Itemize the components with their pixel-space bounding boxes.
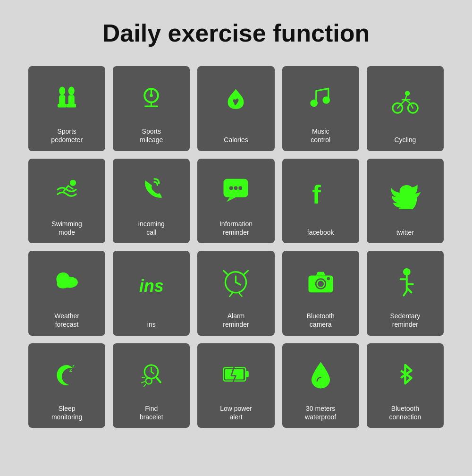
card-sleep-monitoring: zzSleep monitoring xyxy=(28,343,105,428)
label-bluetooth-camera: Bluetooth camera xyxy=(307,312,335,329)
svg-point-8 xyxy=(310,100,318,107)
label-incoming-call: incoming call xyxy=(138,220,165,237)
icon-music-control xyxy=(286,71,355,123)
card-sedentary-reminder: Sedentary reminder xyxy=(367,251,444,336)
svg-rect-36 xyxy=(246,371,249,377)
icon-low-power-alert xyxy=(201,348,270,400)
icon-sports-pedometer xyxy=(32,71,101,123)
page-title: Daily exercise function xyxy=(102,19,370,47)
icon-facebook: f xyxy=(286,163,355,224)
label-bluetooth-connection: Bluetooth connection xyxy=(389,404,421,421)
card-weather-forecast: Weather forecast xyxy=(28,251,105,336)
card-ins: insins xyxy=(113,251,190,336)
label-sports-mileage: Sports mileage xyxy=(140,127,163,144)
label-facebook: facebook xyxy=(307,228,334,237)
svg-text:z: z xyxy=(72,364,75,368)
svg-point-30 xyxy=(403,268,411,276)
card-sports-mileage: Sports mileage xyxy=(113,66,190,151)
label-music-control: Music control xyxy=(311,127,330,144)
card-find-bracelet: Find bracelet xyxy=(113,343,190,428)
svg-rect-2 xyxy=(59,95,65,105)
feature-grid: Sports pedometerSports mileageCaloriesMu… xyxy=(28,66,444,428)
svg-point-13 xyxy=(70,179,76,186)
svg-point-0 xyxy=(59,86,65,95)
card-music-control: Music control xyxy=(282,66,359,151)
label-twitter: twitter xyxy=(396,228,414,237)
icon-cycling xyxy=(371,71,440,132)
card-calories: Calories xyxy=(197,66,274,151)
svg-rect-3 xyxy=(68,95,75,105)
label-sports-pedometer: Sports pedometer xyxy=(51,127,83,144)
svg-rect-4 xyxy=(58,104,67,108)
card-waterproof: 30 meters waterproof xyxy=(282,343,359,428)
icon-waterproof xyxy=(286,348,355,400)
card-cycling: Cycling xyxy=(367,66,444,151)
svg-line-25 xyxy=(240,293,242,297)
svg-point-17 xyxy=(234,186,238,190)
icon-find-bracelet xyxy=(117,348,186,400)
card-sports-pedometer: Sports pedometer xyxy=(28,66,105,151)
svg-point-18 xyxy=(239,186,243,190)
label-alarm-reminder: Alarm reminder xyxy=(223,312,249,329)
label-cycling: Cycling xyxy=(394,136,416,144)
label-waterproof: 30 meters waterproof xyxy=(305,404,336,421)
icon-sports-mileage xyxy=(117,71,186,123)
label-calories: Calories xyxy=(224,136,248,144)
card-bluetooth-camera: Bluetooth camera xyxy=(282,251,359,336)
svg-point-16 xyxy=(229,186,233,190)
icon-bluetooth-camera xyxy=(286,255,355,308)
svg-point-29 xyxy=(327,277,330,280)
card-swimming-mode: Swimming mode xyxy=(28,159,105,244)
icon-twitter xyxy=(371,163,440,224)
icon-calories xyxy=(201,71,270,132)
svg-rect-5 xyxy=(67,104,76,108)
svg-point-7 xyxy=(150,94,153,97)
icon-swimming-mode xyxy=(32,163,101,216)
svg-marker-15 xyxy=(227,197,236,202)
label-find-bracelet: Find bracelet xyxy=(140,404,163,421)
svg-text:f: f xyxy=(312,180,321,209)
card-information-reminder: Information reminder xyxy=(197,159,274,244)
label-weather-forecast: Weather forecast xyxy=(54,312,79,329)
card-bluetooth-connection: Bluetooth connection xyxy=(367,343,444,428)
icon-weather-forecast xyxy=(32,255,101,308)
svg-point-1 xyxy=(68,86,75,95)
svg-point-9 xyxy=(322,96,330,104)
label-sleep-monitoring: Sleep monitoring xyxy=(51,404,82,421)
label-sedentary-reminder: Sedentary reminder xyxy=(390,312,420,329)
svg-point-12 xyxy=(405,91,410,96)
card-alarm-reminder: Alarm reminder xyxy=(197,251,274,336)
icon-sedentary-reminder xyxy=(371,255,440,308)
card-facebook: ffacebook xyxy=(282,159,359,244)
label-low-power-alert: Low power alert xyxy=(220,404,252,421)
icon-incoming-call xyxy=(117,163,186,216)
icon-information-reminder xyxy=(201,163,270,216)
svg-text:z: z xyxy=(69,366,72,373)
svg-line-24 xyxy=(230,293,232,297)
label-ins: ins xyxy=(147,320,156,329)
label-swimming-mode: Swimming mode xyxy=(51,220,82,237)
icon-sleep-monitoring: zz xyxy=(32,348,101,400)
label-information-reminder: Information reminder xyxy=(219,220,253,237)
card-incoming-call: incoming call xyxy=(113,159,190,244)
svg-point-22 xyxy=(57,280,69,289)
card-twitter: twitter xyxy=(367,159,444,244)
icon-ins: ins xyxy=(117,255,186,316)
card-low-power-alert: Low power alert xyxy=(197,343,274,428)
icon-bluetooth-connection xyxy=(371,348,440,400)
icon-alarm-reminder xyxy=(201,255,270,308)
